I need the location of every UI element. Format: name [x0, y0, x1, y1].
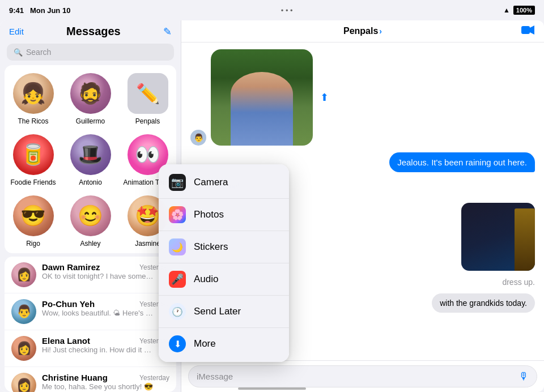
conversation-po-chun-yeh[interactable]: 👨 Po-Chun Yeh Yesterday Wow, looks beaut… — [5, 293, 176, 330]
share-button[interactable]: ⬆ — [320, 92, 329, 103]
input-bar: iMessage 🎙 — [181, 360, 544, 392]
conv-body-po-chun-yeh: Po-Chun Yeh Yesterday Wow, looks beautif… — [42, 299, 169, 317]
photos-icon: 🌸 — [169, 206, 186, 223]
avatar-elena-lanot: 👩 — [11, 336, 36, 361]
imessage-input[interactable]: iMessage 🎙 — [188, 365, 537, 387]
status-center-dots: • • • — [281, 6, 293, 15]
audio-menu-item[interactable]: 🎤 Audio — [159, 263, 289, 296]
battery-indicator: 100% — [513, 6, 535, 15]
conv-name-christine-huang: Christine Huang — [42, 373, 108, 382]
compose-button[interactable]: ✎ — [163, 25, 172, 38]
conversation-christine-huang[interactable]: 👩 Christine Huang Yesterday Me too, haha… — [5, 367, 176, 392]
photo-message-inbound: 👨 ⬆ — [190, 49, 535, 146]
contact-name-foodie-friends: Foodie Friends — [10, 178, 56, 186]
sidebar-header: Edit Messages ✎ — [0, 20, 181, 40]
send-later-menu-item[interactable]: 🕐 Send Later — [159, 296, 289, 328]
camera-label: Camera — [194, 177, 228, 188]
pinned-contact-guillermo[interactable]: 🧔 Guillermo — [62, 67, 119, 129]
contact-name-antonio: Antonio — [79, 178, 102, 186]
pinned-contact-the-ricos[interactable]: 👧 The Ricos — [5, 67, 62, 129]
send-later-label: Send Later — [194, 306, 241, 317]
avatar-the-ricos: 👧 — [13, 73, 54, 114]
sender-avatar-small: 👨 — [190, 130, 206, 146]
conv-body-dawn-ramirez: Dawn Ramirez Yesterday OK to visit tonig… — [42, 262, 169, 280]
contact-name-penpals: Penpals — [135, 117, 160, 125]
chat-header: Penpals › — [181, 20, 544, 42]
contact-name-ashley: Ashley — [80, 240, 100, 248]
conv-body-christine-huang: Christine Huang Yesterday Me too, haha. … — [42, 373, 169, 391]
pinned-contact-penpals[interactable]: ✏️ Penpals — [119, 67, 176, 129]
pinned-contact-foodie-friends[interactable]: 🥫 Foodie Friends — [5, 129, 62, 190]
stickers-menu-item[interactable]: 🌙 Stickers — [159, 231, 289, 263]
conv-name-elena-lanot: Elena Lanot — [42, 336, 90, 346]
status-time-date: 9:41 Mon Jun 10 — [9, 6, 70, 15]
stickers-icon: 🌙 — [169, 238, 186, 255]
conv-name-po-chun-yeh: Po-Chun Yeh — [42, 299, 95, 309]
avatar-po-chun-yeh: 👨 — [11, 299, 36, 324]
contact-name-guillermo: Guillermo — [76, 117, 105, 125]
avatar-guillermo: 🧔 — [70, 73, 111, 114]
status-indicators: ▲ 100% — [503, 6, 535, 15]
contact-name-rigo: Rigo — [26, 240, 40, 248]
camera-menu-item[interactable]: 📷 Camera — [159, 167, 289, 199]
contact-name-the-ricos: The Ricos — [18, 117, 48, 125]
photo-outbound-image — [461, 203, 535, 271]
mic-button[interactable]: 🎙 — [518, 370, 529, 382]
avatar-rigo: 😎 — [13, 195, 54, 236]
conv-time-christine-huang: Yesterday — [139, 374, 169, 382]
photo-message-image — [211, 49, 313, 146]
conv-preview-po-chun-yeh: Wow, looks beautiful. 🌤 Here's a photo o… — [42, 309, 155, 317]
sidebar: Edit Messages ✎ 🔍 Search 👧 The Ricos 🧔 G… — [0, 20, 181, 392]
avatar-penpals: ✏️ — [128, 73, 168, 114]
avatar-dawn-ramirez: 👩 — [11, 262, 36, 287]
avatar-ashley: 😊 — [70, 195, 111, 236]
search-bar[interactable]: 🔍 Search — [7, 44, 174, 61]
avatar-christine-huang: 👩 — [11, 373, 36, 392]
contact-name-jasmine: Jasmine — [135, 240, 160, 248]
send-later-icon: 🕐 — [169, 303, 186, 320]
status-bar: 9:41 Mon Jun 10 • • • ▲ 100% — [0, 0, 544, 20]
imessage-placeholder: iMessage — [197, 372, 233, 381]
conv-preview-christine-huang: Me too, haha. See you shortly! 😎 — [42, 382, 155, 391]
pinned-contact-rigo[interactable]: 😎 Rigo — [5, 190, 62, 251]
photos-menu-item[interactable]: 🌸 Photos — [159, 199, 289, 231]
conv-body-elena-lanot: Elena Lanot Yesterday Hi! Just checking … — [42, 336, 169, 354]
pinned-contact-antonio[interactable]: 🎩 Antonio — [62, 129, 119, 190]
wifi-icon: ▲ — [503, 6, 510, 14]
more-label: More — [194, 338, 216, 350]
conv-name-dawn-ramirez: Dawn Ramirez — [42, 262, 100, 272]
conversation-dawn-ramirez[interactable]: 👩 Dawn Ramirez Yesterday OK to visit ton… — [5, 257, 176, 293]
svg-marker-1 — [530, 25, 534, 35]
home-indicator — [238, 387, 306, 390]
avatar-antonio: 🎩 — [70, 134, 111, 175]
search-icon: 🔍 — [14, 48, 23, 57]
conv-preview-elena-lanot: Hi! Just checking in. How did it go? — [42, 346, 155, 354]
edit-button[interactable]: Edit — [9, 27, 24, 36]
camera-icon: 📷 — [169, 174, 186, 191]
search-placeholder: Search — [26, 48, 51, 57]
svg-rect-0 — [521, 26, 530, 34]
audio-icon: 🎤 — [169, 271, 186, 288]
photos-label: Photos — [194, 209, 224, 220]
pinned-contact-ashley[interactable]: 😊 Ashley — [62, 190, 119, 251]
message-text-jealous: Jealous. It's been raining out here. — [389, 152, 535, 172]
pinned-contacts-grid: 👧 The Ricos 🧔 Guillermo ✏️ Penpals 🥫 — [5, 65, 176, 253]
chat-title[interactable]: Penpals › — [343, 26, 382, 36]
stickers-label: Stickers — [194, 241, 228, 253]
video-call-button[interactable] — [521, 25, 535, 38]
more-icon: ⬇ — [169, 335, 186, 352]
chat-title-chevron: › — [379, 27, 382, 36]
conv-preview-dawn-ramirez: OK to visit tonight? I have some things … — [42, 272, 155, 280]
audio-label: Audio — [194, 274, 218, 285]
more-menu-item[interactable]: ⬇ More — [159, 328, 289, 360]
conversation-elena-lanot[interactable]: 👩 Elena Lanot Yesterday Hi! Just checkin… — [5, 330, 176, 367]
avatar-foodie-friends: 🥫 — [13, 134, 54, 175]
sidebar-title: Messages — [24, 25, 163, 38]
conversation-list: 👩 Dawn Ramirez Yesterday OK to visit ton… — [5, 257, 176, 392]
attachment-menu: 📷 Camera 🌸 Photos 🌙 Stickers 🎤 Audio 🕐 S… — [159, 164, 289, 362]
